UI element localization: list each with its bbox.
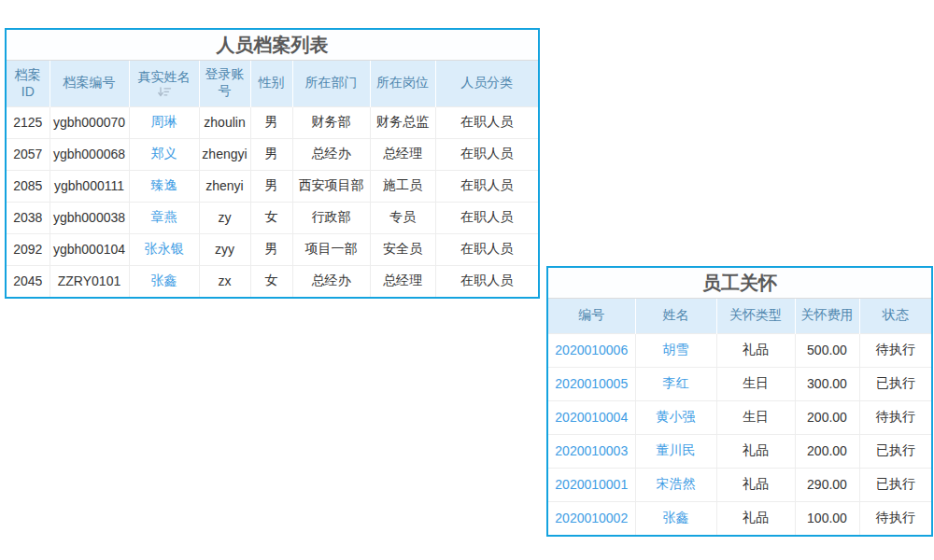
cell-care-no: 2020010005 [548,367,635,400]
real-name-link[interactable]: 周琳 [151,114,177,129]
real-name-link[interactable]: 臻逸 [151,177,177,192]
cell-care-status: 待执行 [859,333,931,367]
cell-gender: 女 [250,265,292,297]
col-header-label: 关怀类型 [729,307,782,324]
care-name-link[interactable]: 黄小强 [657,409,696,424]
col-header-label: 所在部门 [305,75,358,91]
cell-archive-id: 2085 [7,170,50,202]
care-no-link[interactable]: 2020010004 [555,410,628,425]
employee-care-body: 2020010006胡雪礼品500.00待执行2020010005李红生日300… [548,333,931,535]
cell-login-account: zhenyi [199,170,250,202]
cell-department: 总经办 [292,138,370,170]
cell-gender: 女 [250,202,292,233]
cell-archive-code: ygbh000068 [50,138,129,170]
table-row: 2038ygbh000038章燕zy女行政部专员在职人员 [7,202,538,233]
cell-archive-code: ZZRY0101 [50,265,129,297]
cell-category: 在职人员 [435,106,538,138]
cell-archive-code: ygbh000070 [50,106,129,138]
care-no-link[interactable]: 2020010002 [555,511,628,525]
col-header-label: 档案ID [8,67,48,99]
cell-login-account: zhengyi [199,138,250,170]
cell-gender: 男 [250,170,292,202]
care-name-link[interactable]: 董川民 [657,442,696,457]
cell-post: 总经理 [370,265,435,297]
cell-login-account: zyy [199,233,250,265]
col-header-care-status[interactable]: 状态 [859,299,931,333]
cell-care-no: 2020010006 [548,333,635,367]
table-row: 2125ygbh000070周琳zhoulin男财务部财务总监在职人员 [7,106,538,138]
cell-login-account: zhoulin [199,106,250,138]
cell-login-account: zx [199,265,250,297]
table-row: 2045ZZRY0101张鑫zx女总经办总经理在职人员 [7,265,538,297]
care-no-link[interactable]: 2020010006 [555,343,628,357]
cell-care-no: 2020010003 [548,434,635,468]
cell-archive-id: 2092 [7,233,50,265]
cell-category: 在职人员 [435,170,538,202]
col-header-label: 档案编号 [64,75,116,91]
personnel-archive-header: 档案ID档案编号真实姓名登录账号性别所在部门所在岗位人员分类 [7,61,538,106]
col-header-real-name[interactable]: 真实姓名 [129,61,199,106]
care-no-link[interactable]: 2020010005 [555,376,628,391]
col-header-care-type[interactable]: 关怀类型 [716,299,795,333]
cell-category: 在职人员 [435,233,538,265]
cell-archive-code: ygbh000104 [50,233,129,265]
cell-post: 施工员 [370,170,435,202]
col-header-label: 状态 [883,307,909,324]
cell-care-type: 礼品 [716,501,795,535]
cell-care-status: 待执行 [859,501,931,535]
col-header-label: 编号 [578,307,604,324]
care-name-link[interactable]: 胡雪 [663,342,689,357]
cell-real-name: 张鑫 [129,265,199,297]
table-row: 2057ygbh000068郑义zhengyi男总经办总经理在职人员 [7,138,538,170]
cell-care-fee: 290.00 [795,468,859,501]
col-header-archive-id[interactable]: 档案ID [7,61,50,106]
employee-care-table: 编号姓名关怀类型关怀费用状态 2020010006胡雪礼品500.00待执行20… [548,299,931,535]
col-header-gender[interactable]: 性别 [250,61,292,106]
cell-post: 专员 [370,202,435,233]
care-name-link[interactable]: 宋浩然 [657,476,696,491]
table-row: 2020010001宋浩然礼品290.00已执行 [548,468,931,501]
cell-care-fee: 300.00 [795,367,859,400]
cell-care-fee: 200.00 [795,400,859,434]
col-header-department[interactable]: 所在部门 [292,61,370,106]
cell-care-status: 已执行 [859,468,931,501]
cell-care-fee: 100.00 [795,501,859,535]
real-name-link[interactable]: 郑义 [151,146,177,161]
personnel-archive-body: 2125ygbh000070周琳zhoulin男财务部财务总监在职人员2057y… [7,106,538,297]
col-header-care-no[interactable]: 编号 [548,299,635,333]
col-header-label: 人员分类 [460,75,513,91]
table-row: 2020010003董川民礼品200.00已执行 [548,434,931,468]
care-no-link[interactable]: 2020010003 [555,443,628,458]
cell-department: 行政部 [292,202,370,233]
personnel-archive-title: 人员档案列表 [7,30,538,61]
cell-care-no: 2020010002 [548,501,635,535]
col-header-label: 登录账号 [202,66,248,100]
col-header-post[interactable]: 所在岗位 [370,61,435,106]
cell-post: 安全员 [370,233,435,265]
table-row: 2085ygbh000111臻逸zhenyi男西安项目部施工员在职人员 [7,170,538,202]
col-header-login-account[interactable]: 登录账号 [199,61,250,106]
cell-care-name: 宋浩然 [635,468,716,501]
care-name-link[interactable]: 李红 [663,375,689,390]
cell-gender: 男 [250,233,292,265]
real-name-link[interactable]: 章燕 [151,209,177,224]
care-no-link[interactable]: 2020010001 [555,477,628,492]
sort-icon[interactable] [157,87,172,97]
col-header-label: 姓名 [663,307,689,324]
table-row: 2020010002张鑫礼品100.00待执行 [548,501,931,535]
cell-care-no: 2020010004 [548,400,635,434]
cell-care-fee: 500.00 [795,333,859,367]
col-header-care-name[interactable]: 姓名 [635,299,716,333]
col-header-care-fee[interactable]: 关怀费用 [795,299,859,333]
real-name-link[interactable]: 张永银 [145,241,184,256]
cell-care-fee: 200.00 [795,434,859,468]
real-name-link[interactable]: 张鑫 [151,273,177,287]
cell-care-status: 已执行 [859,367,931,400]
col-header-category[interactable]: 人员分类 [435,61,538,106]
col-header-archive-code[interactable]: 档案编号 [50,61,129,106]
care-name-link[interactable]: 张鑫 [663,510,689,525]
cell-care-no: 2020010001 [548,468,635,501]
cell-care-type: 生日 [716,367,795,400]
employee-care-panel: 员工关怀 编号姓名关怀类型关怀费用状态 2020010006胡雪礼品500.00… [546,266,933,537]
cell-real-name: 郑义 [129,138,199,170]
